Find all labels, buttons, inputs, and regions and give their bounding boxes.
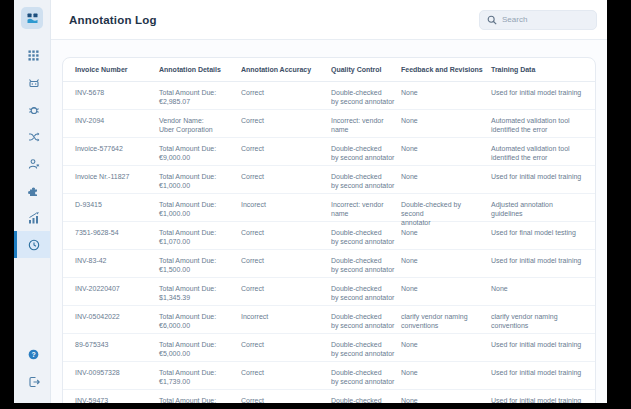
- cell-annotation-accuracy: Correct: [241, 166, 331, 193]
- sidebar-item-annotation-log[interactable]: [14, 231, 50, 258]
- cell-invoice-number: INV-20220407: [63, 278, 159, 305]
- cell-invoice-number: Invoice-577642: [63, 138, 159, 165]
- sidebar-item-dashboard[interactable]: [14, 42, 50, 69]
- table-body: INV-5678 Total Amount Due: €2,985.07 Cor…: [63, 82, 595, 403]
- search-icon: [487, 15, 497, 25]
- sidebar-item-issues[interactable]: [14, 96, 50, 123]
- cell-quality-control: Incorrect: vendor name: [331, 194, 401, 221]
- table-row[interactable]: Invoice-577642 Total Amount Due: €9,000.…: [63, 138, 595, 166]
- table-row[interactable]: 89-675343 Total Amount Due: €5,000.00 Co…: [63, 334, 595, 362]
- cell-quality-control: Double-checked by second annotator: [331, 250, 401, 277]
- cell-quality-control: Double-checked by second annotator: [331, 138, 401, 165]
- sidebar-item-annotation[interactable]: [14, 69, 50, 96]
- robot-icon: [28, 77, 40, 89]
- sidebar-item-integrations[interactable]: [14, 177, 50, 204]
- user-icon: [28, 158, 40, 170]
- cell-annotation-details: Total Amount Due: €2,985.07: [159, 82, 241, 109]
- sidebar-item-annotators[interactable]: [14, 150, 50, 177]
- cell-feedback-revisions: None: [401, 82, 491, 109]
- cell-training-data: Used for final model testing: [491, 222, 595, 249]
- cell-invoice-number: INV-2094: [63, 110, 159, 137]
- app-window: ? Annotation Log: [14, 0, 607, 403]
- cell-feedback-revisions: None: [401, 138, 491, 165]
- cell-annotation-details: Total Amount Due: €1,739.00: [159, 362, 241, 389]
- cell-training-data: Automated validation tool identified the…: [491, 138, 595, 165]
- cell-training-data: Used for initial model training: [491, 82, 595, 109]
- cell-invoice-number: INV-00957328: [63, 362, 159, 389]
- cell-quality-control: Double-checked by second annotator: [331, 306, 401, 333]
- cell-annotation-details: Total Amount Due: €5,000.00: [159, 334, 241, 361]
- table-row[interactable]: INV-00957328 Total Amount Due: €1,739.00…: [63, 362, 595, 390]
- table-row[interactable]: INV-83-42 Total Amount Due: €1,500.00 Co…: [63, 250, 595, 278]
- cell-annotation-accuracy: Correct: [241, 390, 331, 403]
- logout-icon: [28, 376, 40, 388]
- cell-quality-control: Double-checked by second annotator: [331, 166, 401, 193]
- table-row[interactable]: INV-20220407 Total Amount Due: $1,345.39…: [63, 278, 595, 306]
- cell-annotation-accuracy: Incorect: [241, 194, 331, 221]
- table-row[interactable]: 7351-9628-54 Total Amount Due: €1,070.00…: [63, 222, 595, 250]
- column-header-annotation-details: Annotation Details: [159, 66, 241, 73]
- cell-feedback-revisions: None: [401, 166, 491, 193]
- cell-invoice-number: 89-675343: [63, 334, 159, 361]
- main-area: Annotation Log Invoice Number Annotation…: [51, 0, 607, 403]
- column-header-annotation-accuracy: Annotation Accuracy: [241, 66, 331, 73]
- search-box[interactable]: [479, 10, 597, 30]
- search-input[interactable]: [502, 15, 589, 24]
- app-logo-glyph: [25, 11, 40, 26]
- svg-text:?: ?: [31, 351, 35, 358]
- cell-annotation-details: Total Amount Due: $1,345.39: [159, 278, 241, 305]
- cell-annotation-accuracy: Correct: [241, 110, 331, 137]
- cell-feedback-revisions: None: [401, 278, 491, 305]
- sidebar: ?: [14, 0, 51, 403]
- column-header-quality-control: Quality Control: [331, 66, 401, 73]
- cell-annotation-accuracy: Correct: [241, 278, 331, 305]
- cell-training-data: Adjusted annotation guidelines: [491, 194, 595, 221]
- cell-training-data: Used for initial model training: [491, 334, 595, 361]
- cell-invoice-number: INV-5678: [63, 82, 159, 109]
- cell-feedback-revisions: None: [401, 390, 491, 403]
- app-logo: [21, 7, 43, 29]
- table-row[interactable]: INV-05042022 Total Amount Due: €6,000.00…: [63, 306, 595, 334]
- table-row[interactable]: INV-2094 Vendor Name: Uber Corporation C…: [63, 110, 595, 138]
- table-row[interactable]: INV-59473 Total Amount Due: €1,345.67 Co…: [63, 390, 595, 403]
- cell-quality-control: Double-checked by second annotator: [331, 278, 401, 305]
- sidebar-item-workflow[interactable]: [14, 123, 50, 150]
- cell-annotation-details: Total Amount Due: €6,000.00: [159, 306, 241, 333]
- table-row[interactable]: D-93415 Total Amount Due: €1,000.00 Inco…: [63, 194, 595, 222]
- cell-feedback-revisions: None: [401, 334, 491, 361]
- cell-training-data: Used for initial model training: [491, 362, 595, 389]
- sidebar-footer: ?: [14, 341, 50, 403]
- cell-feedback-revisions: None: [401, 362, 491, 389]
- table-row[interactable]: INV-5678 Total Amount Due: €2,985.07 Cor…: [63, 82, 595, 110]
- logout-button[interactable]: [14, 368, 50, 395]
- help-icon: ?: [28, 349, 39, 360]
- cell-annotation-accuracy: Incorrect: [241, 306, 331, 333]
- table-row[interactable]: Invoice Nr.-11827 Total Amount Due: €1,0…: [63, 166, 595, 194]
- grid-icon: [28, 50, 39, 61]
- cell-annotation-accuracy: Correct: [241, 334, 331, 361]
- cell-invoice-number: INV-59473: [63, 390, 159, 403]
- cell-training-data: None: [491, 278, 595, 305]
- cell-feedback-revisions: None: [401, 222, 491, 249]
- cell-quality-control: Double-checked by second annotator: [331, 334, 401, 361]
- content-area: Invoice Number Annotation Details Annota…: [51, 40, 607, 403]
- table-header: Invoice Number Annotation Details Annota…: [63, 58, 595, 82]
- top-bar: Annotation Log: [51, 0, 607, 40]
- cell-quality-control: Incorrect: vendor name: [331, 110, 401, 137]
- cell-annotation-details: Total Amount Due: €9,000.00: [159, 138, 241, 165]
- help-button[interactable]: ?: [14, 341, 50, 368]
- bug-icon: [28, 104, 40, 116]
- cell-annotation-details: Total Amount Due: €1,000.00: [159, 166, 241, 193]
- clock-icon: [28, 239, 40, 251]
- cell-annotation-accuracy: Correct: [241, 138, 331, 165]
- cell-annotation-accuracy: Correct: [241, 222, 331, 249]
- cell-quality-control: Double-checked by second annotator: [331, 362, 401, 389]
- cell-feedback-revisions: None: [401, 110, 491, 137]
- column-header-training-data: Training Data: [491, 66, 595, 73]
- cell-annotation-details: Total Amount Due: €1,000.00: [159, 194, 241, 221]
- sidebar-item-analytics[interactable]: [14, 204, 50, 231]
- cell-annotation-accuracy: Correct: [241, 362, 331, 389]
- page-title: Annotation Log: [69, 14, 157, 26]
- cell-quality-control: Double-checked by second annotator: [331, 222, 401, 249]
- cell-invoice-number: D-93415: [63, 194, 159, 221]
